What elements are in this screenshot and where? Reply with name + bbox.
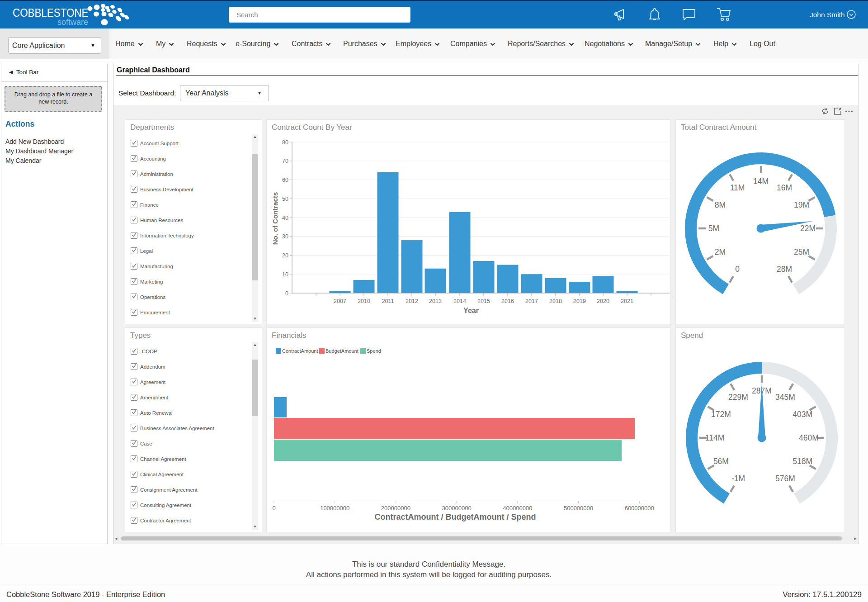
svg-text:No. of Contracts: No. of Contracts: [271, 192, 279, 245]
svg-text:70: 70: [282, 158, 288, 164]
svg-text:8M: 8M: [715, 200, 726, 209]
svg-text:11M: 11M: [730, 183, 745, 192]
svg-text:518M: 518M: [793, 457, 812, 466]
svg-text:2010: 2010: [358, 298, 370, 304]
svg-text:50: 50: [282, 196, 288, 202]
svg-text:114M: 114M: [705, 433, 724, 442]
svg-text:2016: 2016: [501, 298, 514, 304]
svg-text:460M: 460M: [799, 433, 819, 442]
svg-text:2011: 2011: [382, 298, 394, 304]
svg-text:2M: 2M: [715, 247, 726, 256]
svg-text:Spend: Spend: [367, 348, 381, 354]
svg-text:2018: 2018: [549, 298, 562, 304]
svg-text:200000000: 200000000: [381, 505, 410, 512]
svg-text:14M: 14M: [753, 177, 769, 186]
svg-text:100000000: 100000000: [320, 505, 349, 512]
svg-text:2017: 2017: [525, 298, 538, 304]
svg-text:28M: 28M: [777, 265, 792, 274]
svg-text:0: 0: [285, 290, 288, 297]
svg-text:ContractAmount / BudgetAmount: ContractAmount / BudgetAmount / Spend: [375, 512, 536, 521]
svg-text:576M: 576M: [775, 474, 795, 483]
svg-text:ContractAmount: ContractAmount: [282, 348, 318, 354]
svg-text:2015: 2015: [477, 298, 490, 304]
svg-text:600000000: 600000000: [625, 505, 654, 512]
svg-text:Year: Year: [463, 307, 479, 314]
svg-text:2007: 2007: [334, 298, 346, 304]
svg-text:345M: 345M: [775, 393, 795, 402]
svg-text:2014: 2014: [453, 298, 466, 304]
svg-text:56M: 56M: [713, 457, 729, 466]
svg-text:500000000: 500000000: [564, 505, 593, 512]
svg-text:60: 60: [282, 177, 288, 183]
svg-text:10: 10: [282, 271, 288, 278]
svg-text:2019: 2019: [573, 298, 586, 304]
svg-text:22M: 22M: [800, 224, 816, 233]
svg-text:2012: 2012: [406, 298, 418, 304]
svg-text:25M: 25M: [794, 247, 809, 256]
svg-text:19M: 19M: [794, 200, 809, 209]
svg-text:5M: 5M: [708, 224, 719, 233]
svg-text:30: 30: [282, 233, 288, 240]
svg-text:0: 0: [272, 505, 275, 512]
svg-text:403M: 403M: [793, 410, 812, 419]
svg-text:BudgetAmount: BudgetAmount: [326, 348, 359, 354]
svg-text:2013: 2013: [429, 298, 442, 304]
svg-text:2020: 2020: [597, 298, 609, 304]
svg-text:300000000: 300000000: [442, 505, 472, 512]
svg-text:400000000: 400000000: [503, 505, 532, 512]
svg-text:40: 40: [282, 215, 288, 221]
svg-text:2021: 2021: [621, 298, 633, 304]
svg-text:16M: 16M: [777, 183, 792, 192]
svg-text:0: 0: [735, 265, 740, 274]
svg-text:20: 20: [282, 252, 288, 259]
svg-text:229M: 229M: [728, 393, 748, 402]
svg-text:80: 80: [282, 139, 288, 146]
svg-text:-1M: -1M: [731, 474, 745, 483]
svg-text:172M: 172M: [711, 410, 731, 419]
